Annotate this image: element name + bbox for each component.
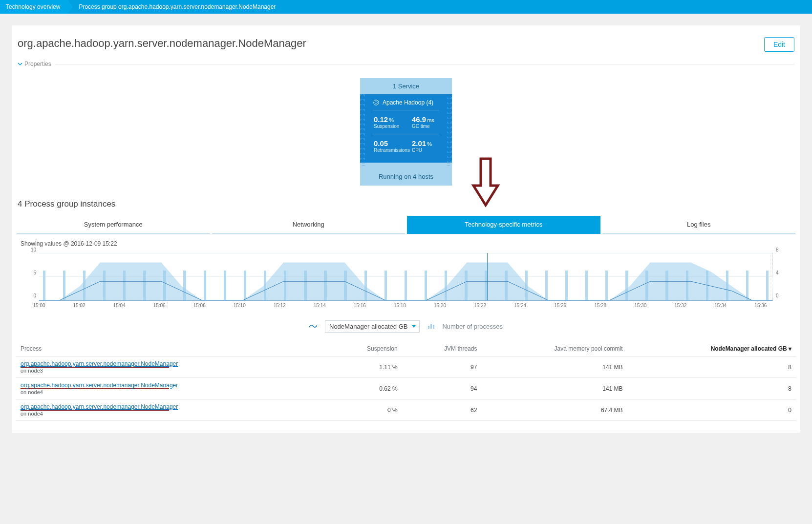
chart-cursor: [487, 253, 488, 300]
tab-log-files[interactable]: Log files: [602, 216, 796, 234]
wave-icon: [309, 323, 317, 330]
svg-rect-1: [428, 326, 429, 329]
divider: [55, 64, 794, 64]
zigzag-icon: [447, 94, 452, 163]
bars-icon: [427, 323, 434, 330]
process-host: on node4: [21, 411, 322, 417]
page-title: org.apache.hadoop.yarn.server.nodemanage…: [18, 37, 306, 50]
breadcrumb: Technology overview Process group org.ap…: [0, 0, 812, 14]
tab-technology-specific-metrics[interactable]: Technology-specific metrics: [407, 216, 600, 234]
tabs: System performanceNetworkingTechnology-s…: [16, 216, 796, 234]
page-card: org.apache.hadoop.yarn.server.nodemanage…: [12, 25, 800, 433]
cell: 8: [628, 356, 796, 378]
tile-hosts[interactable]: Running on 4 hosts: [360, 168, 452, 186]
chart-timestamp: Showing values @ 2016-12-09 15:22: [16, 234, 796, 249]
cell: 1.11 %: [327, 356, 403, 378]
hadoop-icon: [373, 99, 380, 106]
metric-cell: 0.05Retransmissions: [373, 134, 411, 158]
cell: 62: [403, 399, 482, 421]
col-header[interactable]: Java memory pool commit: [482, 341, 627, 356]
cell: 0.62 %: [327, 378, 403, 399]
instances-title: 4 Process group instances: [16, 199, 796, 213]
cell: 0 %: [327, 399, 403, 421]
edit-button[interactable]: Edit: [764, 37, 794, 52]
process-host: on node3: [21, 368, 322, 374]
col-header[interactable]: Suspension: [327, 341, 403, 356]
table-row: org.apache.hadoop.yarn.server.nodemanage…: [16, 356, 796, 378]
chart[interactable]: 0510 048 15:0015:0215:0415:0615:0815:101…: [16, 249, 796, 314]
cell: 67.4 MB: [482, 399, 627, 421]
properties-label: Properties: [24, 61, 51, 67]
metric-cell: 0.12%Suspension: [373, 110, 411, 134]
x-axis: 15:0015:0215:0415:0615:0815:1015:1215:14…: [39, 303, 773, 312]
process-group-tile: 1 Service Apache Hadoop (4) 0.12%Suspens…: [360, 78, 452, 186]
process-link[interactable]: org.apache.hadoop.yarn.server.nodemanage…: [21, 360, 178, 367]
chart-plot[interactable]: [39, 253, 773, 301]
cell: 141 MB: [482, 378, 627, 399]
y-axis-right: 048: [774, 253, 784, 312]
metric-dropdown[interactable]: NodeManager allocated GB: [325, 320, 420, 333]
properties-toggle[interactable]: Properties: [16, 61, 796, 74]
svg-rect-2: [430, 324, 432, 329]
cell: 94: [403, 378, 482, 399]
col-header[interactable]: Process: [16, 341, 327, 356]
cell: 8: [628, 378, 796, 399]
tile-main[interactable]: Apache Hadoop (4) 0.12%Suspension46.9msG…: [360, 94, 452, 163]
chart-legend: NodeManager allocated GB Number of proce…: [16, 314, 796, 341]
breadcrumb-current: Process group org.apache.hadoop.yarn.ser…: [68, 0, 283, 14]
col-header[interactable]: NodeManager allocated GB ▾: [628, 341, 796, 356]
table-row: org.apache.hadoop.yarn.server.nodemanage…: [16, 399, 796, 421]
cell: 141 MB: [482, 356, 627, 378]
process-link[interactable]: org.apache.hadoop.yarn.server.nodemanage…: [21, 382, 178, 389]
chevron-down-icon: [18, 62, 22, 66]
zigzag-icon: [360, 94, 365, 163]
col-header[interactable]: JVM threads: [403, 341, 482, 356]
tab-system-performance[interactable]: System performance: [17, 216, 210, 234]
metric-cell: 46.9msGC time: [411, 110, 439, 134]
cell: 97: [403, 356, 482, 378]
tile-header-text: Apache Hadoop (4): [383, 99, 433, 106]
breadcrumb-parent[interactable]: Technology overview: [0, 0, 68, 14]
process-table: ProcessSuspensionJVM threadsJava memory …: [16, 341, 796, 421]
metric-cell: 2.01%CPU: [411, 134, 439, 158]
process-link[interactable]: org.apache.hadoop.yarn.server.nodemanage…: [21, 403, 178, 410]
tab-networking[interactable]: Networking: [212, 216, 406, 234]
cell: 0: [628, 399, 796, 421]
drag-handle: [360, 163, 452, 168]
annotation-arrow-icon: [469, 156, 503, 210]
svg-rect-3: [433, 325, 434, 329]
legend-secondary: Number of processes: [442, 323, 503, 330]
process-host: on node4: [21, 389, 322, 395]
tile-services[interactable]: 1 Service: [360, 78, 452, 94]
table-row: org.apache.hadoop.yarn.server.nodemanage…: [16, 378, 796, 399]
